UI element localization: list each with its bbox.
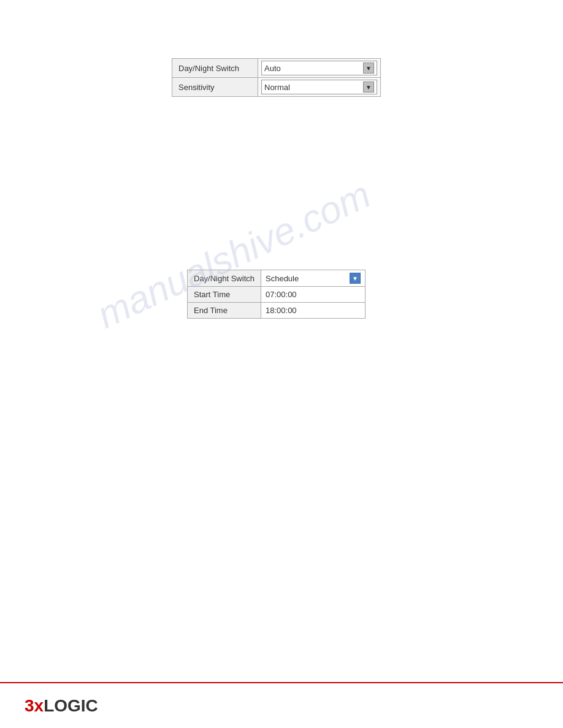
logo: 3x LOGIC <box>25 696 98 716</box>
schedule-day-night-row: Day/Night Switch Schedule ▼ <box>188 270 366 287</box>
sensitivity-row: Sensitivity Normal ▼ <box>172 78 381 97</box>
sensitivity-value-cell: Normal ▼ <box>258 78 381 97</box>
day-night-value-cell: Auto ▼ <box>258 59 381 78</box>
sensitivity-dropdown-arrow[interactable]: ▼ <box>363 82 374 93</box>
start-time-row: Start Time <box>188 287 366 303</box>
schedule-day-night-dropdown-arrow[interactable]: ▼ <box>350 273 361 284</box>
schedule-day-night-value-cell: Schedule ▼ <box>261 270 366 287</box>
logo-logic: LOGIC <box>44 696 98 716</box>
end-time-row: End Time <box>188 303 366 319</box>
start-time-label: Start Time <box>188 287 261 303</box>
sensitivity-select-text: Normal <box>264 83 361 92</box>
schedule-day-night-select-text: Schedule <box>266 274 348 283</box>
sensitivity-select[interactable]: Normal ▼ <box>261 80 377 94</box>
sensitivity-label: Sensitivity <box>172 78 258 97</box>
top-form-table: Day/Night Switch Auto ▼ Sensitivity Norm… <box>172 58 381 97</box>
start-time-value-cell[interactable] <box>261 287 366 303</box>
footer: 3x LOGIC <box>0 682 563 728</box>
logo-3x: 3x <box>25 696 44 716</box>
schedule-day-night-label: Day/Night Switch <box>188 270 261 287</box>
page-content: Day/Night Switch Auto ▼ Sensitivity Norm… <box>0 0 563 728</box>
day-night-select-text: Auto <box>264 64 361 73</box>
schedule-form-section: Day/Night Switch Schedule ▼ Start Time E… <box>187 270 366 319</box>
end-time-input[interactable] <box>264 305 362 316</box>
schedule-day-night-select[interactable]: Schedule ▼ <box>264 272 362 284</box>
day-night-row: Day/Night Switch Auto ▼ <box>172 59 381 78</box>
day-night-label: Day/Night Switch <box>172 59 258 78</box>
start-time-input[interactable] <box>264 289 362 300</box>
end-time-label: End Time <box>188 303 261 319</box>
schedule-form-table: Day/Night Switch Schedule ▼ Start Time E… <box>187 270 366 319</box>
day-night-dropdown-arrow[interactable]: ▼ <box>363 63 374 74</box>
top-form-section: Day/Night Switch Auto ▼ Sensitivity Norm… <box>172 58 381 97</box>
day-night-select[interactable]: Auto ▼ <box>261 61 377 75</box>
end-time-value-cell[interactable] <box>261 303 366 319</box>
